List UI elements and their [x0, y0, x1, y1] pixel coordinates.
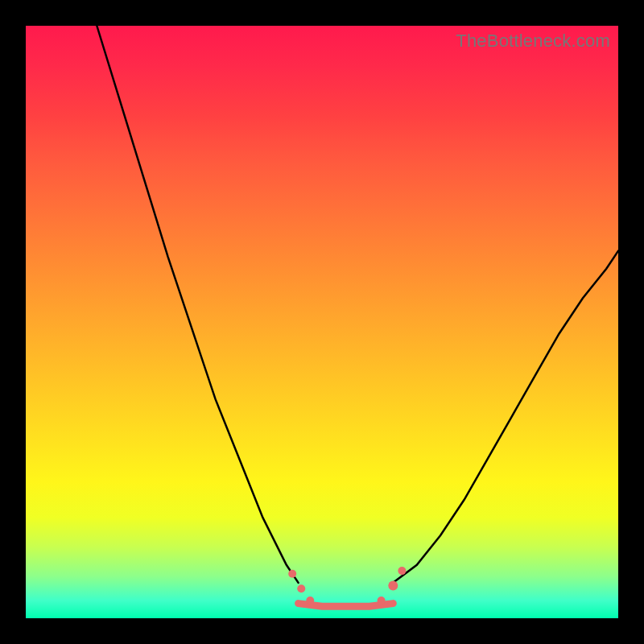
plot-area: TheBottleneck.com — [26, 26, 618, 618]
right-dot-3 — [398, 567, 406, 575]
left-curve — [97, 26, 298, 583]
right-curve — [393, 251, 618, 583]
chart-svg — [26, 26, 618, 618]
left-dot-2 — [297, 584, 305, 592]
chart-frame: TheBottleneck.com — [0, 0, 644, 644]
floor-segment — [299, 604, 394, 607]
right-dot-1 — [378, 597, 386, 605]
right-dot-2 — [388, 581, 398, 591]
left-dot-3 — [306, 597, 314, 605]
left-dot-1 — [288, 570, 296, 578]
